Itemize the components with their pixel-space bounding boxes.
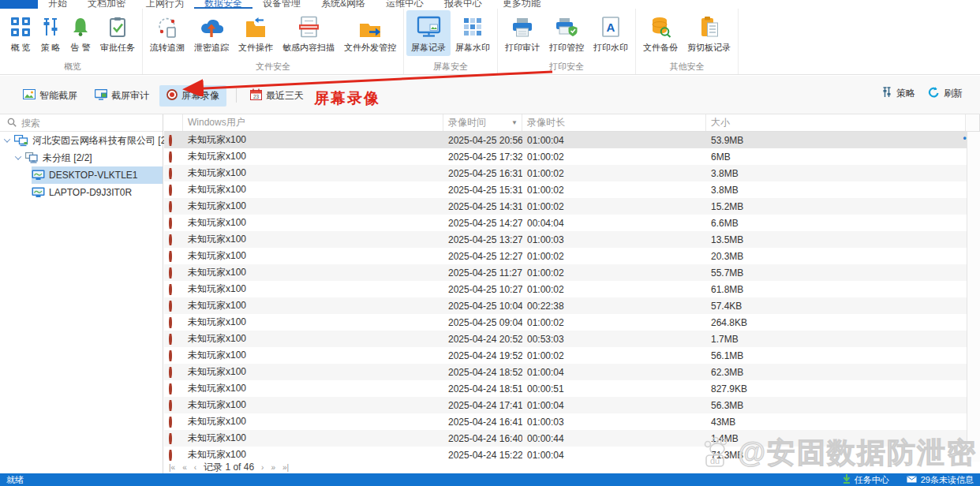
tab-1[interactable]: 开始 [38, 0, 77, 9]
table-row[interactable]: 未知玩家x1002025-04-25 13:27:4401:00:0313.5M… [164, 231, 980, 248]
toolbar-button-refresh[interactable]: 刷新 [928, 87, 963, 100]
alert-bell-icon [70, 13, 91, 41]
tab-label: 文档加密 [88, 0, 125, 9]
tab-4[interactable]: 数据安全 [194, 0, 252, 9]
table-row[interactable]: 未知玩家x1002025-04-24 17:41:1301:00:0456.3M… [164, 397, 980, 413]
ribbon-button-clipboard-record[interactable]: 剪切板记录 [683, 10, 735, 56]
tree-item-1[interactable]: 河北安固云网络科技有限公司 [2/2] [0, 132, 163, 149]
page-next-button[interactable]: › [261, 463, 264, 472]
toolbar-button-calendar[interactable]: 23最近三天 [243, 84, 311, 107]
tree-item-4[interactable]: LAPTOP-D9J3IT0R [0, 184, 163, 201]
toolbar-button-label: 截屏审计 [111, 89, 149, 103]
table-row[interactable]: 未知玩家x1002025-04-25 20:56:4901:00:0453.9M… [164, 132, 980, 148]
toolbar-button-smart-screenshot[interactable]: 智能截屏 [16, 85, 84, 107]
table-row[interactable]: 未知玩家x1002025-04-25 11:27:3901:00:0255.7M… [164, 264, 980, 281]
toolbar-button-record-dot[interactable]: 屏幕录像 [159, 85, 226, 107]
search-box[interactable] [0, 114, 163, 132]
ribbon-button-policy-sliders[interactable]: 策 略 [36, 10, 65, 56]
cell-duration: 01:00:03 [522, 234, 706, 245]
ribbon-button-printer[interactable]: 打印审计 [500, 10, 544, 56]
record-dot-icon [169, 135, 172, 146]
table-row[interactable]: 未知玩家x1002025-04-24 20:52:2600:53:031.7MB [164, 331, 980, 347]
ribbon-button-backup-database[interactable]: 文件备份 [638, 10, 683, 56]
tab-7[interactable]: 运维中心 [376, 0, 434, 9]
cell-duration: 01:00:03 [522, 417, 706, 428]
table-row[interactable]: 未知玩家x1002025-04-24 18:51:2700:00:51827.9… [164, 380, 980, 397]
ribbon-button-screen-record-monitor[interactable]: 屏幕记录 [406, 10, 451, 56]
toolbar-button-screenshot-audit[interactable]: 截屏审计 [88, 85, 156, 107]
chevron-down-icon[interactable] [15, 153, 21, 159]
table-row[interactable]: 未知玩家x1002025-04-25 14:27:4800:04:046.6MB [164, 215, 980, 231]
tab-6[interactable]: 系统&网络 [311, 0, 376, 9]
ribbon-button-approval-clipboard[interactable]: 审批任务 [95, 10, 140, 56]
toolbar-button-strategy-sliders[interactable]: 策略 [881, 87, 915, 100]
ribbon-button-file-send-folder[interactable]: 文件外发管控 [339, 10, 401, 56]
tree-item-2[interactable]: 未分组 [2/2] [0, 149, 163, 166]
table-row[interactable]: 未知玩家x1002025-04-25 16:31:5801:00:023.8MB [164, 165, 980, 181]
vertical-scrollbar[interactable] [967, 132, 980, 462]
ribbon-button-trace-cycle[interactable]: 流转追溯 [145, 10, 189, 56]
table-row[interactable]: 未知玩家x1002025-04-24 16:40:2500:00:441.4MB [164, 430, 980, 447]
app-menu-button[interactable] [0, 0, 38, 9]
record-dot-icon [169, 218, 172, 229]
page-next-fast-button[interactable]: » [271, 463, 275, 472]
tree-item-3[interactable]: DESKTOP-VLKTLE1 [0, 166, 163, 184]
ribbon-button-print-watermark[interactable]: A打印水印 [589, 10, 633, 56]
search-input[interactable] [21, 118, 140, 129]
cell-windows-user: 未知玩家x100 [183, 266, 443, 279]
table-row[interactable]: 未知玩家x1002025-04-25 15:31:5501:00:023.8MB [164, 181, 980, 198]
page-first-button[interactable]: |« [169, 463, 175, 472]
cell-record-time: 2025-04-25 14:27:48 [443, 218, 522, 229]
cell-record-time: 2025-04-24 19:52:23 [443, 350, 522, 361]
chevron-down-icon[interactable] [4, 136, 10, 142]
sort-descending-icon[interactable]: ▼ [511, 119, 518, 126]
record-dot-icon [169, 168, 172, 179]
page-prev-fast-button[interactable]: « [182, 463, 187, 472]
table-row[interactable]: 未知玩家x1002025-04-25 14:31:5201:00:0215.2M… [164, 198, 980, 215]
ribbon-button-overview-grid[interactable]: 概 览 [6, 10, 36, 56]
cell-windows-user: 未知玩家x100 [183, 299, 443, 312]
table-row[interactable]: 未知玩家x1002025-04-24 18:52:1901:00:0462.3M… [164, 364, 980, 380]
column-header-windows-user[interactable]: Windows用户 [183, 114, 443, 131]
column-header-size[interactable]: 大小 [706, 114, 966, 131]
column-header-record-time[interactable]: 录像时间 ▼ [443, 114, 522, 131]
tab-5[interactable]: 设备管理 [252, 0, 311, 9]
ribbon-button-alert-bell[interactable]: 告 警 [65, 10, 95, 56]
task-center-button[interactable]: 任务中心 [843, 474, 889, 486]
download-arrow-icon [843, 474, 851, 485]
ribbon-button-screen-watermark[interactable]: 屏幕水印 [451, 10, 495, 56]
table-row[interactable]: 未知玩家x1002025-04-25 10:04:3300:22:3857.4K… [164, 297, 980, 314]
column-header-icon[interactable] [164, 114, 183, 131]
computer-icon [32, 170, 45, 181]
table-row[interactable]: 未知玩家x1002025-04-25 12:27:4101:00:0220.3M… [164, 248, 980, 264]
tab-3[interactable]: 上网行为 [136, 0, 194, 9]
sub-toolbar-left: 智能截屏截屏审计屏幕录像23最近三天 [16, 84, 314, 107]
ribbon-button-file-ops-folder[interactable]: 文件操作 [234, 10, 278, 56]
page-prev-button[interactable]: ‹ [194, 463, 196, 472]
table-row[interactable]: 未知玩家x1002025-04-25 10:27:3601:00:0261.8M… [164, 281, 980, 297]
ribbon-button-leak-cloud[interactable]: 泄密追踪 [189, 10, 234, 56]
cell-windows-user: 未知玩家x100 [183, 432, 443, 445]
ribbon-button-printer-shield[interactable]: 打印管控 [544, 10, 589, 56]
page-last-button[interactable]: »| [282, 463, 289, 472]
toolbar-button-label: 刷新 [944, 87, 963, 100]
tab-2[interactable]: 文档加密 [77, 0, 136, 9]
ribbon-button-label: 策 略 [40, 42, 60, 54]
table-row[interactable]: 未知玩家x1002025-04-24 19:52:2301:00:0256.1M… [164, 347, 980, 364]
cell-record-time: 2025-04-25 11:27:39 [443, 267, 522, 279]
tab-9[interactable]: 更多功能 [492, 0, 551, 9]
table-row[interactable]: 未知玩家x1002025-04-25 09:04:3101:00:02264.8… [164, 314, 980, 331]
strategy-sliders-icon [881, 87, 892, 100]
record-dot-icon [169, 383, 172, 394]
table-row[interactable]: 未知玩家x1002025-04-24 16:41:1001:00:0343MB [164, 413, 980, 430]
cell-size: 55.7MB [706, 267, 966, 279]
column-header-duration[interactable]: 录像时长 [522, 114, 706, 131]
unread-messages-button[interactable]: 29条未读信息 [907, 474, 974, 486]
cell-duration: 00:53:03 [522, 334, 706, 345]
ribbon-button-sensitive-scan[interactable]: 敏感内容扫描 [278, 10, 339, 56]
table-row[interactable]: 未知玩家x1002025-04-24 15:22:0601:00:0471.3M… [164, 447, 980, 462]
tab-8[interactable]: 报表中心 [434, 0, 492, 9]
ribbon-group-4: 打印审计打印管控A打印水印打印安全 [498, 9, 636, 74]
table-row[interactable]: 未知玩家x1002025-04-25 17:32:0101:00:026MB [164, 148, 980, 165]
cell-record-time: 2025-04-24 15:22:06 [443, 450, 522, 461]
